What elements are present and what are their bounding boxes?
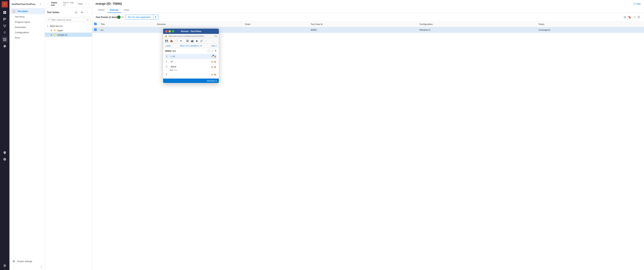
sidebar-item-overview[interactable] xyxy=(2,9,8,15)
link-tool[interactable]: 🔗 xyxy=(199,39,204,43)
save-tool[interactable]: 💾 xyxy=(164,39,169,43)
toolbar-right: ✓ ▼ Run for web application ▼ xyxy=(117,15,158,19)
help-icon: ⓘ xyxy=(633,2,636,5)
step-fail-3[interactable]: ⊗ xyxy=(214,65,216,69)
file-tool[interactable]: 📄 xyxy=(174,39,178,43)
select-all-checkbox[interactable] xyxy=(94,23,96,25)
runner-nav-label: Test 1 of 1: Iteration 1 ▼ xyxy=(180,45,202,47)
sidebar-item-artifacts[interactable] xyxy=(2,43,8,49)
suite-panel: Test Suites ⊟ ⊕ − ☰ ✕ ▼ Alpha test (1) ▶… xyxy=(45,8,92,38)
sidebar-item-boards[interactable] xyxy=(2,16,8,22)
tab-chart[interactable]: Chart xyxy=(121,7,132,13)
runner-pass-button[interactable]: ✓ xyxy=(212,50,214,52)
nav-add-button[interactable]: ＋ xyxy=(38,2,43,6)
video-tool[interactable]: 📹 xyxy=(190,39,194,43)
insert-tool[interactable]: ▼ xyxy=(179,39,183,43)
more-options-button[interactable]: ☰ xyxy=(637,15,640,19)
nav-item-configurations[interactable]: Configurations xyxy=(10,30,45,35)
suite-item-apple[interactable]: ▶ 📁 Apple xyxy=(45,28,92,32)
traffic-yellow[interactable] xyxy=(168,30,171,32)
step-num-4: 4. xyxy=(166,73,169,76)
star-button[interactable]: ☆ xyxy=(84,2,87,5)
test-plans-icon: 📋 xyxy=(12,9,16,13)
row-order xyxy=(243,27,309,33)
suite-copy-button[interactable]: ⊟ xyxy=(74,10,78,15)
nav-item-test-runs[interactable]: Test Runs xyxy=(10,14,45,19)
traffic-green[interactable] xyxy=(172,30,174,32)
step-fail-4[interactable]: ⊗ xyxy=(214,73,216,76)
runner-edit-button[interactable]: 📄 xyxy=(207,50,210,52)
nav-item-progress-report[interactable]: Progress report xyxy=(10,19,45,25)
suite-collapse-button[interactable]: − xyxy=(85,10,90,15)
step-pass-1[interactable]: ✓ xyxy=(211,55,213,58)
svg-rect-3 xyxy=(5,13,6,14)
runner-popup: Runner - Test Plans 🔒 https://dev.azure.… xyxy=(163,29,219,83)
expand-icon-apple: ▶ xyxy=(51,29,52,31)
filter-icon: ☰ xyxy=(48,18,50,21)
row-checkbox[interactable] xyxy=(94,28,96,31)
step-fail-2[interactable]: ⊗ xyxy=(214,60,216,63)
help-link[interactable]: ⓘ Help xyxy=(633,2,640,5)
more-button[interactable]: ··· xyxy=(88,3,90,5)
filter-input[interactable] xyxy=(51,18,86,21)
back-button[interactable]: ← xyxy=(47,2,50,5)
runner-toolbar: 💾 📥 📄 ▼ | 🖼 📹 ⏺ 🔗 ··· xyxy=(163,38,219,44)
status-dropdown[interactable]: ▼ xyxy=(122,16,124,18)
sidebar-item-start-right[interactable] xyxy=(2,156,8,162)
step-sub-3: test = 1 xyxy=(165,69,217,71)
nav-item-project-settings[interactable]: ⚙ Project settings xyxy=(10,258,45,264)
tab-execute[interactable]: Execute xyxy=(108,7,121,13)
step-text-3: @test xyxy=(170,65,210,68)
fullscreen-button[interactable]: ⤢ xyxy=(633,15,636,19)
sidebar-item-compliance[interactable] xyxy=(2,149,8,155)
split-view-button[interactable]: ⊟ xyxy=(623,15,626,19)
folder-icon-orange: 📁 xyxy=(53,33,56,36)
step-pass-3[interactable]: ⊙ xyxy=(211,65,213,69)
run-for-web-button[interactable]: Run for web application xyxy=(126,15,153,19)
sidebar-item-test-plans[interactable] xyxy=(2,36,8,42)
image-tool[interactable]: 🖼 xyxy=(186,39,189,43)
folder-icon: 📁 xyxy=(53,29,56,32)
runner-traffic-lights xyxy=(165,30,174,32)
suite-add-button[interactable]: ⊕ xyxy=(80,10,84,15)
edit-pencil-icon: ✏ xyxy=(170,55,172,57)
svg-point-7 xyxy=(4,25,4,25)
step-pass-2[interactable]: ⊙ xyxy=(211,60,213,63)
record-tool[interactable]: ⏺ xyxy=(195,39,198,43)
runner-next-button[interactable]: next » xyxy=(211,45,217,47)
step-controls-4: ⊙ ⊗ xyxy=(211,73,216,76)
suite-filter: ☰ ✕ xyxy=(46,17,90,22)
reader-mode-icon[interactable]: Aa xyxy=(214,35,217,37)
runner-url: https://dev.azure.com/tfspfcusctest/Test… xyxy=(169,35,213,37)
step-pass-4[interactable]: ⊙ xyxy=(211,73,213,76)
toolbar-icons: ⊟ 🔖 ⤢ ☰ xyxy=(623,15,640,19)
suite-group-label: Alpha test (1) xyxy=(50,25,63,27)
filter-clear-icon[interactable]: ✕ xyxy=(87,18,89,21)
tab-define[interactable]: Define xyxy=(96,7,108,13)
nav-item-test-plans[interactable]: 📋 Test plans xyxy=(10,8,45,14)
suite-item-orange-label: orange (1) xyxy=(57,33,67,36)
runner-expand-button[interactable]: ▼ xyxy=(214,50,217,52)
traffic-red[interactable] xyxy=(165,30,168,32)
more-tool[interactable]: ··· xyxy=(204,39,208,43)
sidebar-item-repos[interactable] xyxy=(2,23,8,29)
run-dropdown-button[interactable]: ▼ xyxy=(153,15,158,19)
column-options-button[interactable]: 🔖 xyxy=(627,15,632,19)
nav-collapse[interactable]: 《 xyxy=(10,264,45,270)
step-fail-1[interactable]: ⊗ xyxy=(214,55,216,58)
row-tester: Unassigned xyxy=(536,27,644,33)
svg-rect-4 xyxy=(4,18,4,20)
sidebar-item-pipelines[interactable] xyxy=(2,30,8,36)
step-num-1: 1. xyxy=(166,55,169,57)
nav-item-runs[interactable]: Runs xyxy=(10,35,45,40)
save-as-tool[interactable]: 📥 xyxy=(169,39,174,43)
col-test-case-id: Test Case Id xyxy=(309,21,418,27)
main-header: orange (ID: 70866) Define Execute Chart xyxy=(92,0,644,13)
runner-prev-button[interactable]: « prev xyxy=(165,45,171,47)
sidebar-item-project-settings[interactable] xyxy=(2,263,8,269)
runner-nav: « prev Test 1 of 1: Iteration 1 ▼ next » xyxy=(163,44,219,48)
suite-item-orange[interactable]: ▶ 📁 orange (1) xyxy=(45,32,92,37)
suite-group-alpha[interactable]: ▼ Alpha test (1) xyxy=(45,24,92,28)
nav-item-parameters[interactable]: Parameters xyxy=(10,25,45,30)
main-content: orange (ID: 70866) Define Execute Chart … xyxy=(92,0,644,270)
